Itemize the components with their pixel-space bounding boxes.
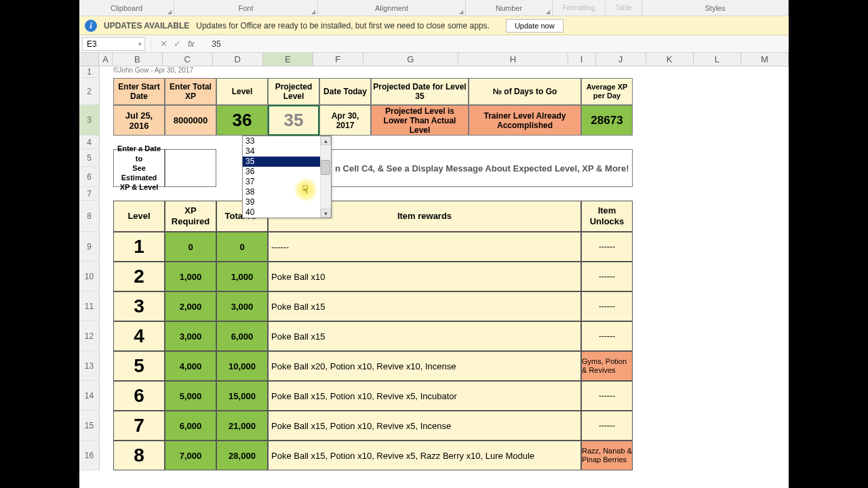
table-cell[interactable]: ------ [268,232,581,262]
row-header-14[interactable]: 14 [79,381,100,411]
val-proj-date[interactable]: Projected Level is Lower Than Actual Lev… [371,105,469,136]
dropdown-scrollbar[interactable]: ▲ ▼ [320,136,331,218]
scroll-thumb[interactable] [321,160,330,175]
table-cell[interactable]: Gyms, Potion & Revives [581,351,633,381]
ribbon-group-alignment[interactable]: Alignment◢ [318,0,466,16]
table-cell[interactable]: 28,000 [216,441,268,470]
col-header-I[interactable]: I [568,53,596,66]
hdr-date-today[interactable]: Date Today [319,78,371,105]
tbl-hdr-unlocks[interactable]: Item Unlocks [581,201,633,232]
row-header-15[interactable]: 15 [79,411,100,441]
table-cell[interactable]: 7,000 [165,441,216,470]
row-header-9[interactable]: 9 [79,232,100,262]
table-cell[interactable]: Poke Ball x15, Potion x10, Revive x5, Ra… [268,441,581,470]
estimator-label[interactable]: Enter a Date toSee EstimatedXP & Level [113,149,165,187]
dropdown-item[interactable]: 40 [243,207,320,218]
table-cell[interactable]: ------ [581,262,633,291]
col-header-L[interactable]: L [694,53,741,66]
dropdown-item[interactable]: 38 [243,187,320,197]
select-all-corner[interactable] [79,53,99,66]
val-start-date[interactable]: Jul 25, 2016 [113,105,165,136]
col-header-G[interactable]: G [363,53,458,66]
table-cell[interactable]: 1,000 [216,262,268,291]
row-header-11[interactable]: 11 [79,291,100,321]
table-cell[interactable]: 0 [216,232,268,262]
fx-icon[interactable]: fx [188,39,194,49]
row-header-4[interactable]: 4 [79,136,100,149]
val-level[interactable]: 36 [216,105,268,136]
ribbon-group-table[interactable]: Table [606,0,642,16]
ribbon-group-number[interactable]: Number◢ [466,0,553,16]
dropdown-item[interactable]: 33 [243,136,320,146]
col-header-D[interactable]: D [213,53,263,66]
name-box[interactable]: E3 [82,37,145,51]
col-header-A[interactable]: A [99,53,113,66]
table-cell[interactable]: 15,000 [216,381,268,411]
row-header-12[interactable]: 12 [79,321,100,351]
row-header-5[interactable]: 5 [79,149,100,167]
table-cell[interactable]: 6,000 [165,411,216,441]
table-cell[interactable]: 2 [113,262,165,291]
col-header-F[interactable]: F [313,53,363,66]
table-cell[interactable]: 1,000 [165,262,216,291]
table-cell[interactable]: Poke Ball x15, Potion x10, Revive x5, In… [268,411,581,441]
ribbon-group-formatting[interactable]: Formatting [553,0,606,16]
table-cell[interactable]: 5,000 [165,381,216,411]
cancel-formula-button[interactable]: ✕ [157,39,170,49]
dropdown-item[interactable]: 39 [243,197,320,207]
hdr-level[interactable]: Level [216,78,268,105]
table-cell[interactable]: ------ [581,321,633,351]
val-total-xp[interactable]: 8000000 [165,105,216,136]
dropdown-item[interactable]: 37 [243,177,320,187]
estimator-input[interactable] [165,149,216,187]
table-cell[interactable]: 10,000 [216,351,268,381]
col-header-M[interactable]: M [741,53,789,66]
estimator-msg[interactable]: n Cell C4, & See a Display Message About… [330,149,633,187]
table-cell[interactable]: 4,000 [165,351,216,381]
dropdown-item[interactable]: 36 [243,167,320,177]
tbl-hdr-level[interactable]: Level [113,201,165,232]
hdr-start-date[interactable]: Enter Start Date [113,78,165,105]
formula-input[interactable]: 35 [212,39,220,49]
table-cell[interactable]: Poke Ball x15 [268,321,581,351]
ribbon-group-clipboard[interactable]: Clipboard◢ [79,0,174,16]
table-cell[interactable]: ------ [581,411,633,441]
table-cell[interactable]: 5 [113,351,165,381]
row-header-3[interactable]: 3 [79,105,100,136]
hdr-days-go[interactable]: № of Days to Go [469,78,581,105]
val-date-today[interactable]: Apr 30, 2017 [319,105,371,136]
table-cell[interactable]: 2,000 [165,291,216,321]
hdr-total-xp[interactable]: Enter Total XP [165,78,216,105]
dropdown-list[interactable]: 3334353637383940 ▲ ▼ [242,136,332,218]
col-header-C[interactable]: C [163,53,213,66]
val-avg-xp[interactable]: 28673 [581,105,633,136]
row-header-10[interactable]: 10 [79,262,100,291]
table-cell[interactable]: 6 [113,381,165,411]
col-header-K[interactable]: K [646,53,694,66]
table-cell[interactable]: Razz, Nanab & Pinap Berries [581,441,633,470]
table-cell[interactable]: Poke Ball x15 [268,291,581,321]
table-cell[interactable]: 3,000 [216,291,268,321]
col-header-H[interactable]: H [458,53,568,66]
ribbon-group-styles[interactable]: Styles [642,0,789,16]
scroll-down-icon[interactable]: ▼ [321,209,331,218]
table-cell[interactable]: 0 [165,232,216,262]
table-cell[interactable]: 6,000 [216,321,268,351]
table-cell[interactable]: 4 [113,321,165,351]
val-proj-level[interactable]: 35 [268,105,319,136]
row-header-1[interactable]: 1 [79,66,100,78]
hdr-proj-date[interactable]: Projected Date for Level 35 [371,78,469,105]
col-header-J[interactable]: J [596,53,646,66]
table-cell[interactable]: Poke Ball x10 [268,262,581,291]
ribbon-group-font[interactable]: Font◢ [174,0,318,16]
enter-formula-button[interactable]: ✓ [170,39,184,49]
dropdown-item[interactable]: 34 [243,146,320,157]
table-cell[interactable]: 3,000 [165,321,216,351]
spreadsheet-grid[interactable]: A B C D E F G H I J K L M 1 2 3 4 5 6 7 … [79,53,789,66]
table-cell[interactable]: ------ [581,232,633,262]
row-header-13[interactable]: 13 [79,351,100,381]
table-cell[interactable]: ------ [581,381,633,411]
row-header-6[interactable]: 6 [79,167,100,187]
table-cell[interactable]: 1 [113,232,165,262]
row-header-8[interactable]: 8 [79,201,100,232]
